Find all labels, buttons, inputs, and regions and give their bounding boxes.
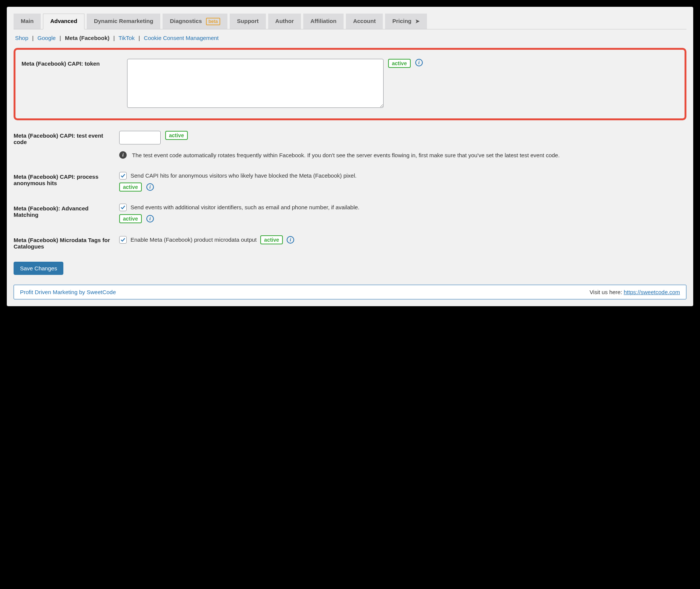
sub-nav: Shop | Google | Meta (Facebook) | TikTok…	[14, 35, 686, 41]
tab-author[interactable]: Author	[268, 14, 301, 29]
status-badge-active: active	[388, 59, 411, 68]
info-icon[interactable]: i	[415, 59, 423, 66]
checkbox-label-anon: Send CAPI hits for anonymous visitors wh…	[130, 172, 356, 179]
status-badge-active: active	[119, 183, 142, 192]
status-badge-active: active	[119, 214, 142, 223]
separator: |	[111, 35, 117, 41]
separator: |	[30, 35, 36, 41]
tab-main[interactable]: Main	[14, 14, 41, 29]
subnav-tiktok[interactable]: TikTok	[118, 35, 135, 41]
footer-left-text: Profit Driven Marketing by SweetCode	[20, 289, 116, 295]
test-event-code-input[interactable]	[119, 131, 161, 144]
footer-link[interactable]: https://sweetcode.com	[624, 289, 680, 295]
save-changes-button[interactable]: Save Changes	[14, 262, 63, 275]
label-advanced-matching: Meta (Facebook): Advanced Matching	[14, 204, 112, 218]
tab-pricing[interactable]: Pricing ➤	[385, 14, 427, 29]
checkbox-label-microdata: Enable Meta (Facebook) product microdata…	[130, 236, 256, 243]
footer-box: Profit Driven Marketing by SweetCode Vis…	[14, 285, 686, 299]
tab-account[interactable]: Account	[346, 14, 383, 29]
checkbox-anon-hits[interactable]	[119, 172, 127, 179]
label-microdata: Meta (Facebook) Microdata Tags for Catal…	[14, 235, 112, 250]
capi-token-textarea[interactable]	[127, 59, 384, 108]
chevron-right-icon: ➤	[415, 18, 420, 24]
highlighted-section: Meta (Facebook) CAPI: token active i	[14, 48, 686, 120]
tab-advanced[interactable]: Advanced	[43, 14, 84, 29]
label-test-event-code: Meta (Facebook) CAPI: test event code	[14, 131, 112, 145]
tab-diagnostics[interactable]: Diagnostics beta	[163, 14, 227, 29]
checkbox-microdata[interactable]	[119, 236, 127, 244]
checkbox-advanced-matching[interactable]	[119, 204, 127, 211]
checkbox-label-adv: Send events with additional visitor iden…	[130, 204, 359, 210]
info-icon[interactable]: i	[287, 236, 294, 244]
tab-pricing-label: Pricing	[392, 18, 411, 24]
help-text-test-event: The test event code automatically rotate…	[132, 151, 560, 160]
beta-badge: beta	[206, 18, 221, 25]
tab-dynamic-remarketing[interactable]: Dynamic Remarketing	[87, 14, 161, 29]
label-anon-hits: Meta (Facebook) CAPI: process anonymous …	[14, 172, 112, 186]
info-dark-icon: i	[119, 151, 127, 159]
tab-support[interactable]: Support	[230, 14, 266, 29]
info-icon[interactable]: i	[146, 183, 154, 191]
separator: |	[136, 35, 142, 41]
footer-right-prefix: Visit us here:	[589, 289, 624, 295]
top-tabs: Main Advanced Dynamic Remarketing Diagno…	[14, 14, 686, 29]
separator: |	[57, 35, 63, 41]
subnav-shop[interactable]: Shop	[15, 35, 28, 41]
status-badge-active: active	[260, 235, 283, 244]
footer-right: Visit us here: https://sweetcode.com	[589, 289, 680, 295]
status-badge-active: active	[165, 131, 188, 140]
subnav-google[interactable]: Google	[37, 35, 55, 41]
label-capi-token: Meta (Facebook) CAPI: token	[21, 59, 120, 67]
subnav-cookie-consent[interactable]: Cookie Consent Management	[144, 35, 218, 41]
tab-affiliation[interactable]: Affiliation	[303, 14, 344, 29]
info-icon[interactable]: i	[146, 215, 154, 222]
tab-diagnostics-label: Diagnostics	[170, 18, 202, 24]
subnav-meta-current: Meta (Facebook)	[65, 35, 109, 41]
